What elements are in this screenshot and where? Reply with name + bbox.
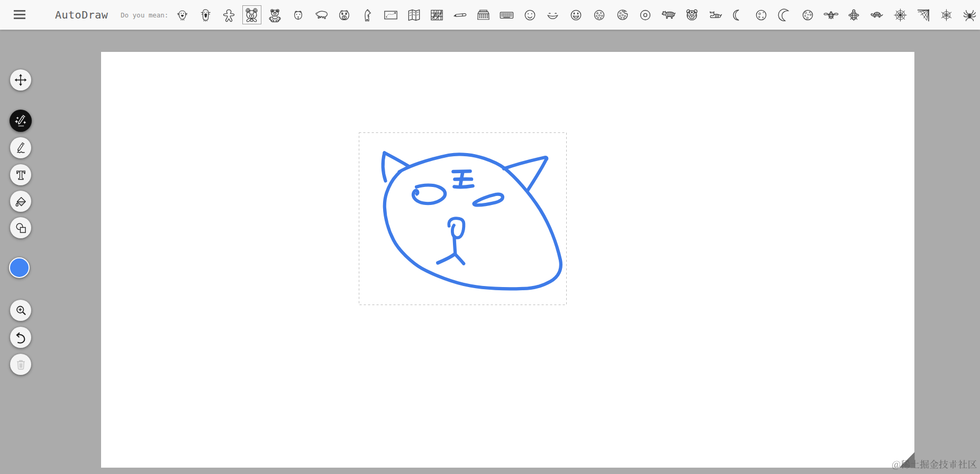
suggestion-postcard[interactable] xyxy=(381,5,400,24)
suggestion-turtle[interactable] xyxy=(845,5,864,24)
suggestion-polar-bear-face[interactable] xyxy=(288,5,307,24)
draw-tool-button[interactable] xyxy=(10,137,31,158)
suggestion-marker[interactable] xyxy=(451,5,470,24)
suggestion-teddy-bear-face[interactable] xyxy=(242,5,261,24)
suggestion-tiger[interactable] xyxy=(659,5,678,24)
suggestion-happy-face[interactable] xyxy=(567,5,586,24)
suggestion-keyboard[interactable] xyxy=(497,5,516,24)
shapes-icon xyxy=(14,221,28,235)
shape-tool-button[interactable] xyxy=(10,217,31,238)
suggestion-strip xyxy=(0,0,980,30)
undo-icon xyxy=(14,331,28,344)
suggestion-spider-web[interactable] xyxy=(891,5,910,24)
suggestion-small-spider-web[interactable] xyxy=(937,5,956,24)
suggestion-map[interactable] xyxy=(428,5,447,24)
suggestion-smile[interactable] xyxy=(543,5,562,24)
suggestion-full-moon[interactable] xyxy=(798,5,817,24)
color-tool-button[interactable] xyxy=(9,257,30,278)
auto-draw-tool-button[interactable] xyxy=(10,110,32,132)
delete-tool-button[interactable] xyxy=(10,354,31,375)
suggestion-smiley-face[interactable] xyxy=(520,5,539,24)
suggestion-bear-face[interactable] xyxy=(335,5,354,24)
type-tool-button[interactable] xyxy=(10,164,31,185)
suggestion-folded-map[interactable] xyxy=(404,5,423,24)
trash-icon xyxy=(14,358,28,371)
fill-tool-button[interactable] xyxy=(10,191,31,212)
top-bar: AutoDraw Do you mean: xyxy=(0,0,980,30)
suggestion-corner-spider-web[interactable] xyxy=(914,5,933,24)
suggestion-tortoise[interactable] xyxy=(868,5,887,24)
suggestion-cash-register[interactable] xyxy=(474,5,493,24)
zoom-tool-button[interactable] xyxy=(10,300,31,321)
selection-box[interactable] xyxy=(359,132,567,305)
suggestion-sea-turtle[interactable] xyxy=(821,5,840,24)
magnifier-icon xyxy=(14,304,28,317)
suggestion-bear[interactable] xyxy=(312,5,331,24)
text-icon xyxy=(14,168,28,182)
suggestion-tiger-face[interactable] xyxy=(682,5,701,24)
select-tool-button[interactable] xyxy=(10,69,31,91)
suggestion-donut[interactable] xyxy=(636,5,655,24)
move-icon xyxy=(14,73,28,87)
pencil-icon xyxy=(14,141,28,155)
suggestion-gingerbread-man[interactable] xyxy=(219,5,238,24)
suggestion-teddy-bear[interactable] xyxy=(266,5,285,24)
undo-tool-button[interactable] xyxy=(10,327,31,348)
suggestion-crescent-moon[interactable] xyxy=(729,5,748,24)
magic-pencil-icon xyxy=(14,114,28,128)
suggestion-lying-cat[interactable] xyxy=(705,5,724,24)
suggestion-cookie[interactable] xyxy=(589,5,609,24)
suggestion-spider[interactable] xyxy=(960,5,979,24)
suggestion-bitten-cookie[interactable] xyxy=(613,5,632,24)
suggestion-moon[interactable] xyxy=(752,5,771,24)
paint-bucket-icon xyxy=(14,195,28,208)
suggestion-crescent-moon-2[interactable] xyxy=(775,5,794,24)
suggestion-screaming-ghost[interactable] xyxy=(196,5,215,24)
suggestion-standing-bear[interactable] xyxy=(358,5,377,24)
suggestion-ghost[interactable] xyxy=(173,5,192,24)
